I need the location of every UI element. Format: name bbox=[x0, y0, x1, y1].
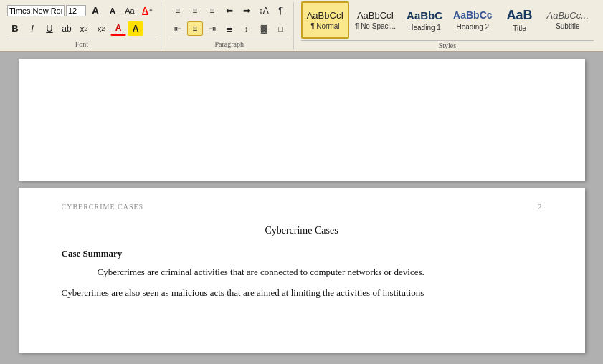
shading-button[interactable]: ▓ bbox=[256, 21, 272, 36]
font-section-label: Font bbox=[7, 39, 156, 48]
style-subtitle-label: Subtitle bbox=[556, 22, 579, 30]
style-heading1-label: Heading 1 bbox=[408, 24, 441, 32]
styles-row: AaBbCcI ¶ Normal AaBbCcI ¶ No Spaci... A… bbox=[301, 1, 594, 39]
page-2: CYBERCRIME CASES 2 Cybercrime Cases Case… bbox=[19, 188, 585, 353]
style-no-spacing-label: ¶ No Spaci... bbox=[355, 22, 396, 30]
ribbon-toolbar: A A Aa A ✦ B I U ab x2 x2 A A Font ≡ ≡ ≡… bbox=[0, 0, 603, 52]
clear-format-button[interactable]: A ✦ bbox=[139, 4, 156, 18]
style-title-label: Title bbox=[513, 24, 526, 32]
page-header-text: CYBERCRIME CASES bbox=[62, 203, 144, 211]
paragraph-2: Cybercrimes are also seen as malicious a… bbox=[62, 286, 542, 301]
increase-indent-button[interactable]: ➡ bbox=[239, 4, 255, 18]
style-normal-preview: AaBbCcI bbox=[307, 10, 343, 21]
font-name-input[interactable] bbox=[7, 5, 65, 16]
font-size-decrease-button[interactable]: A bbox=[105, 4, 120, 18]
para-row2: ⇤ ≡ ⇥ ≣ ↕ ▓ □ bbox=[170, 21, 289, 36]
para-row1: ≡ ≡ ≡ ⬅ ➡ ↕A ¶ bbox=[170, 4, 289, 18]
style-title-button[interactable]: AaB Title bbox=[498, 1, 541, 39]
line-spacing-button[interactable]: ↕ bbox=[239, 21, 255, 36]
style-heading2-preview: AaBbCc bbox=[453, 9, 492, 21]
show-paragraph-button[interactable]: ¶ bbox=[273, 4, 289, 18]
page-header: CYBERCRIME CASES 2 bbox=[62, 202, 542, 211]
case-summary-heading: Case Summary bbox=[62, 248, 542, 259]
underline-button[interactable]: U bbox=[42, 21, 57, 36]
style-subtitle-button[interactable]: AaBbCc... Subtitle bbox=[542, 1, 594, 39]
page-2-content: CYBERCRIME CASES 2 Cybercrime Cases Case… bbox=[19, 188, 585, 353]
page-1-content bbox=[19, 59, 585, 181]
document-area: CYBERCRIME CASES 2 Cybercrime Cases Case… bbox=[0, 52, 603, 360]
page-1 bbox=[19, 59, 585, 181]
strikethrough-button[interactable]: ab bbox=[59, 21, 75, 36]
bullets-button[interactable]: ≡ bbox=[170, 4, 186, 18]
style-normal-button[interactable]: AaBbCcI ¶ Normal bbox=[301, 1, 349, 39]
page-number: 2 bbox=[538, 202, 542, 211]
decrease-indent-button[interactable]: ⬅ bbox=[222, 4, 237, 18]
italic-button[interactable]: I bbox=[24, 21, 40, 36]
font-size-input[interactable] bbox=[66, 5, 86, 16]
paragraph-group: ≡ ≡ ≡ ⬅ ➡ ↕A ¶ ⇤ ≡ ⇥ ≣ ↕ ▓ □ Paragraph bbox=[166, 2, 294, 49]
numbering-button[interactable]: ≡ bbox=[187, 4, 203, 18]
document-title: Cybercrime Cases bbox=[62, 225, 542, 236]
superscript-button[interactable]: x2 bbox=[93, 21, 109, 36]
highlight-button[interactable]: A bbox=[128, 21, 143, 36]
style-heading1-preview: AaBbC bbox=[407, 9, 442, 22]
align-right-button[interactable]: ⇥ bbox=[204, 21, 220, 36]
align-left-button[interactable]: ⇤ bbox=[170, 21, 186, 36]
styles-section-label: Styles bbox=[301, 40, 594, 49]
style-normal-label: ¶ Normal bbox=[310, 22, 339, 30]
paragraph-1: Cybercrimes are criminal activities that… bbox=[98, 265, 542, 280]
style-heading2-button[interactable]: AaBbCc Heading 2 bbox=[448, 1, 497, 39]
justify-button[interactable]: ≣ bbox=[222, 21, 237, 36]
style-no-spacing-preview: AaBbCcI bbox=[357, 10, 394, 21]
borders-button[interactable]: □ bbox=[273, 21, 289, 36]
style-no-spacing-button[interactable]: AaBbCcI ¶ No Spaci... bbox=[350, 1, 401, 39]
styles-group: AaBbCcI ¶ Normal AaBbCcI ¶ No Spaci... A… bbox=[298, 1, 597, 49]
subscript-button[interactable]: x2 bbox=[76, 21, 92, 36]
font-size-increase-button[interactable]: A bbox=[87, 4, 103, 18]
sort-button[interactable]: ↕A bbox=[256, 4, 272, 18]
font-name-row: A A Aa A ✦ bbox=[7, 4, 156, 18]
style-heading1-button[interactable]: AaBbC Heading 1 bbox=[402, 1, 447, 39]
paragraph-section-label: Paragraph bbox=[170, 39, 289, 48]
multilevel-list-button[interactable]: ≡ bbox=[204, 4, 220, 18]
font-format-row: B I U ab x2 x2 A A bbox=[7, 21, 156, 36]
style-subtitle-preview: AaBbCc... bbox=[547, 10, 589, 21]
font-case-button[interactable]: Aa bbox=[122, 4, 138, 18]
bold-button[interactable]: B bbox=[7, 21, 23, 36]
font-color-button[interactable]: A bbox=[110, 21, 126, 36]
font-group: A A Aa A ✦ B I U ab x2 x2 A A Font bbox=[3, 2, 161, 49]
align-center-button[interactable]: ≡ bbox=[187, 21, 203, 36]
style-title-preview: AaB bbox=[507, 8, 533, 24]
style-heading2-label: Heading 2 bbox=[457, 23, 490, 31]
